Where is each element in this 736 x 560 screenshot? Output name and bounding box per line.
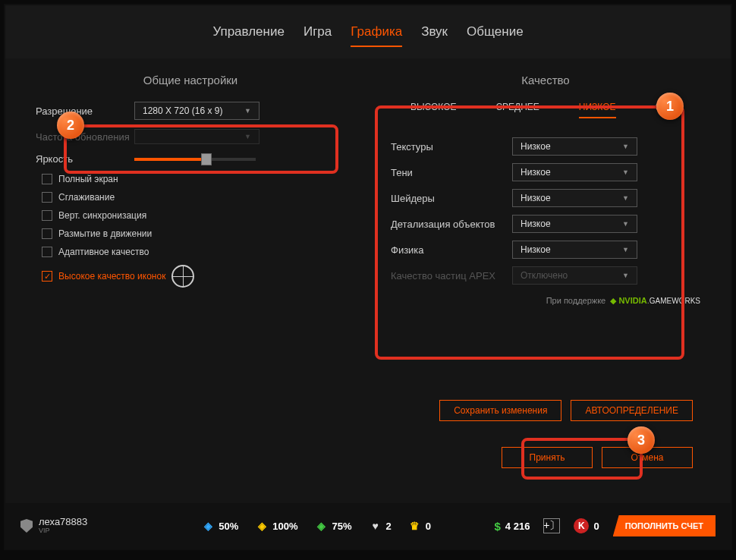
add-funds-button[interactable]: +〕 (543, 518, 560, 533)
tab-sound[interactable]: Звук (421, 24, 448, 47)
money-group: $4 216 +〕 K0 ПОПОЛНИТЬ СЧЕТ (495, 515, 716, 536)
autodetect-button[interactable]: АВТООПРЕДЕЛЕНИЕ (571, 400, 693, 421)
detail-label: Детализация объектов (391, 219, 512, 230)
antialiasing-label: Сглаживание (58, 192, 115, 203)
vip-label: VIP (39, 527, 87, 535)
settings-tabs: Управление Игра Графика Звук Общение (5, 5, 731, 58)
icon-quality-checkbox[interactable] (42, 271, 52, 282)
fullscreen-label: Полный экран (58, 174, 118, 184)
user-info[interactable]: леха78883 VIP (20, 517, 87, 535)
stat-3[interactable]: ◈75% (315, 519, 352, 533)
diamond-icon: ◈ (201, 519, 215, 533)
shadows-label: Тени (391, 167, 512, 178)
icon-quality-label: Высокое качество иконок (58, 271, 165, 282)
stat-4[interactable]: ♥2 (369, 519, 392, 533)
tab-game[interactable]: Игра (304, 24, 332, 47)
buttons-row-1: Сохранить изменения АВТООПРЕДЕЛЕНИЕ (439, 400, 693, 421)
quality-panel: Качество ВЫСОКОЕ СРЕДНЕЕ НИЗКОЕ СВОЕ Тек… (391, 74, 700, 306)
stat-2[interactable]: ◈100% (255, 519, 297, 533)
motion-blur-checkbox[interactable] (42, 228, 52, 239)
refresh-dropdown[interactable]: ▼ (134, 129, 259, 144)
tab-graphics[interactable]: Графика (351, 24, 402, 47)
resolution-dropdown[interactable]: 1280 X 720 (16 x 9) ▼ (134, 102, 259, 120)
apex-label: Качество частиц APEX (391, 270, 512, 282)
buttons-row-2: Принять Отмена (502, 447, 693, 468)
money-balance[interactable]: $4 216 (495, 520, 530, 533)
shaders-dropdown[interactable]: Низкое▼ (512, 189, 637, 207)
accept-button[interactable]: Принять (502, 447, 593, 468)
adaptive-checkbox[interactable] (42, 247, 52, 257)
crosshair-icon (171, 265, 194, 288)
physics-dropdown[interactable]: Низкое▼ (512, 241, 637, 259)
nvidia-credit: При поддержке ◆ NVIDIA.GAMEWORKS (391, 296, 700, 306)
bottom-bar: леха78883 VIP ◈50% ◈100% ◈75% ♥2 ♛0 $4 2… (5, 503, 731, 549)
k-balance[interactable]: K0 (574, 518, 599, 533)
dollar-icon: $ (495, 520, 501, 533)
stat-5[interactable]: ♛0 (408, 519, 431, 533)
apex-dropdown: Отключено▼ (512, 266, 637, 285)
quality-tab-medium[interactable]: СРЕДНЕЕ (495, 102, 539, 118)
fullscreen-checkbox[interactable] (42, 174, 52, 184)
refresh-label: Частота обновления (36, 131, 134, 143)
quality-tab-low[interactable]: НИЗКОЕ (579, 102, 616, 118)
lightning-icon: ◈ (255, 519, 269, 533)
annotation-number-1: 1 (656, 93, 684, 120)
chevron-down-icon: ▼ (244, 107, 251, 115)
general-settings-title: Общие настройки (36, 74, 345, 87)
quality-preset-tabs: ВЫСОКОЕ СРЕДНЕЕ НИЗКОЕ СВОЕ (391, 102, 700, 118)
vsync-label: Верт. синхронизация (58, 210, 146, 221)
physics-label: Физика (391, 244, 512, 256)
arrow-icon: ◈ (315, 519, 329, 533)
k-icon: K (574, 518, 589, 533)
quality-tab-high[interactable]: ВЫСОКОЕ (410, 102, 457, 118)
textures-dropdown[interactable]: Низкое▼ (512, 137, 637, 156)
stat-1[interactable]: ◈50% (201, 519, 238, 533)
resolution-label: Разрешение (36, 105, 134, 117)
tab-control[interactable]: Управление (212, 24, 285, 47)
shadows-dropdown[interactable]: Низкое▼ (512, 163, 637, 181)
username: леха78883 (39, 517, 87, 527)
annotation-number-2: 2 (57, 112, 84, 139)
textures-label: Текстуры (391, 141, 512, 153)
brightness-label: Яркость (36, 153, 134, 165)
brightness-slider[interactable] (134, 158, 256, 161)
general-settings-panel: Общие настройки Разрешение 1280 X 720 (1… (36, 74, 345, 306)
stats-group: ◈50% ◈100% ◈75% ♥2 ♛0 (201, 519, 431, 533)
tab-chat[interactable]: Общение (467, 24, 524, 47)
detail-dropdown[interactable]: Низкое▼ (512, 215, 637, 233)
antialiasing-checkbox[interactable] (42, 192, 52, 203)
slider-thumb[interactable] (201, 153, 212, 165)
resolution-value: 1280 X 720 (16 x 9) (143, 105, 222, 116)
chevron-down-icon: ▼ (244, 133, 251, 140)
annotation-number-3: 3 (627, 426, 655, 454)
crown-icon: ♛ (408, 519, 422, 533)
adaptive-label: Адаптивное качество (58, 247, 149, 257)
heart-icon: ♥ (369, 519, 382, 533)
topup-button[interactable]: ПОПОЛНИТЬ СЧЕТ (613, 515, 716, 536)
shield-icon (20, 519, 33, 533)
vsync-checkbox[interactable] (42, 210, 52, 221)
shaders-label: Шейдеры (391, 193, 512, 204)
quality-title: Качество (391, 74, 700, 87)
save-button[interactable]: Сохранить изменения (439, 400, 561, 421)
motion-blur-label: Размытие в движении (58, 228, 152, 239)
